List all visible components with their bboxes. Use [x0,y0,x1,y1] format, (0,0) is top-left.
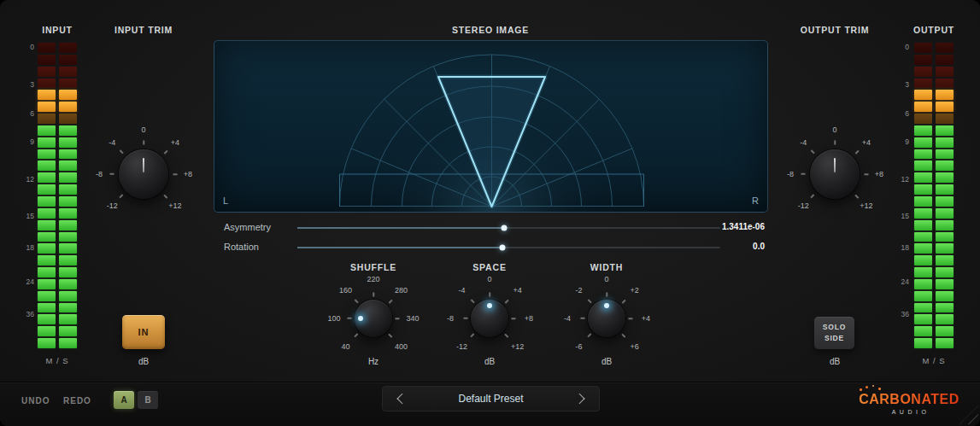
redo-button[interactable]: REDO [63,396,91,406]
meter-segment [38,208,56,219]
knob-tick-mark [110,173,114,175]
meter-segment [936,125,954,136]
preset-next-button[interactable] [573,390,589,407]
input-trim-knob[interactable]: 0-4+4-8+8-12+12 [88,119,199,230]
meter-segment [59,314,77,324]
knob-tick-mark [588,333,592,337]
meter-segment [914,303,932,313]
meter-segment [59,184,77,195]
meter-segment [59,90,77,100]
meter-segment [914,267,932,277]
meter-segment [59,102,77,112]
knob-tick-label: 40 [341,342,349,351]
width-knob[interactable]: 0-2+2-4+4-6+6 [560,271,654,365]
asymmetry-slider[interactable] [297,227,720,229]
meter-scale-number: 6 [30,109,34,118]
meter-segment [38,279,56,289]
preset-bar: Default Preset [382,386,600,411]
meter-segment [936,149,954,160]
knob-pointer-dot [604,303,609,308]
knob-tick-mark [388,300,392,304]
meter-segment [38,303,56,313]
knob-tick-mark [355,300,359,304]
knob-tick-label: +4 [513,286,521,295]
knob-tick-label: -12 [456,342,467,351]
knob-tick-mark [606,293,607,297]
input-meter-column-m [38,43,56,348]
knob-tick-mark [355,333,359,337]
knob-tick-label: +12 [511,342,524,351]
knob-tick-label: -4 [800,138,807,147]
input-meter-title: INPUT [23,25,91,35]
meter-segment [914,314,932,324]
meter-segment [914,90,932,100]
meter-scale-number: 15 [26,212,34,220]
asymmetry-slider-thumb[interactable] [502,225,508,231]
rotation-slider-thumb[interactable] [500,245,506,251]
meter-segment [936,208,954,219]
meter-segment [59,338,77,348]
knob-tick-mark [120,150,124,155]
knob-tick-mark [588,300,592,304]
input-trim-unit: dB [118,357,169,366]
meter-scale-number: 24 [26,277,34,286]
knob-pointer-dot [358,316,363,321]
meter-segment [59,243,77,254]
space-knob[interactable]: 0-4+4-8+8-12+12 [443,271,537,365]
knob-tick-label: -12 [798,201,809,210]
meter-segment [38,243,56,254]
output-trim-knob[interactable]: 0-4+4-8+8-12+12 [779,119,890,230]
meter-segment [38,125,56,136]
meter-scale-number: 3 [30,80,34,89]
input-trim-knob-face [119,149,168,199]
meter-segment [936,220,954,231]
meter-scale-number: 12 [26,175,34,184]
solo-side-button[interactable]: SOLO SIDE [814,317,854,349]
meter-segment [914,102,932,112]
knob-tick-mark [396,318,400,319]
knob-tick-mark [834,141,836,145]
preset-prev-button[interactable] [393,390,408,407]
meter-scale-number: 0 [905,43,909,51]
knob-tick-mark [512,318,516,319]
meter-segment [936,303,954,313]
meter-segment [59,326,77,336]
meter-segment [914,291,932,301]
ab-button-a[interactable]: A [114,391,134,409]
meter-segment [38,326,56,336]
meter-segment [914,55,932,65]
stereo-image-title: STEREO IMAGE [405,25,576,35]
meter-segment [936,314,954,324]
rotation-slider[interactable] [297,247,720,248]
knob-tick-label: -6 [575,342,582,351]
meter-segment [914,255,932,266]
meter-segment [914,208,932,219]
meter-segment [936,90,954,100]
preset-name[interactable]: Default Preset [458,393,523,405]
meter-segment [59,67,77,77]
in-button[interactable]: IN [122,315,165,349]
scope-left-label: L [223,195,228,206]
meter-segment [936,291,954,301]
knob-tick-label: 160 [339,286,352,295]
knob-tick-label: -8 [96,170,103,178]
meter-scale-number: 3 [905,80,909,89]
knob-tick-label: -4 [458,286,465,295]
meter-segment [936,184,954,195]
ab-button-b[interactable]: B [138,391,158,409]
knob-tick-mark [164,195,168,199]
brand-subtitle: AUDIO [854,409,964,415]
footer-bar: UNDO REDO A B Default Preset CARBONATED … [0,382,980,426]
meter-segment [38,79,56,89]
meter-segment [59,160,77,171]
meter-segment [914,114,932,124]
meter-scale-number: 15 [901,212,909,220]
goniometer-grid [214,41,768,213]
meter-scale-number: 6 [905,109,909,118]
undo-button[interactable]: UNDO [21,396,50,406]
space-unit: dB [464,357,515,366]
knob-tick-label: -4 [109,138,115,147]
output-meter-scale: 03691215182436 [894,43,909,348]
shuffle-knob[interactable]: 22016028010034040400 [326,271,420,365]
knob-tick-label: +2 [630,286,638,295]
